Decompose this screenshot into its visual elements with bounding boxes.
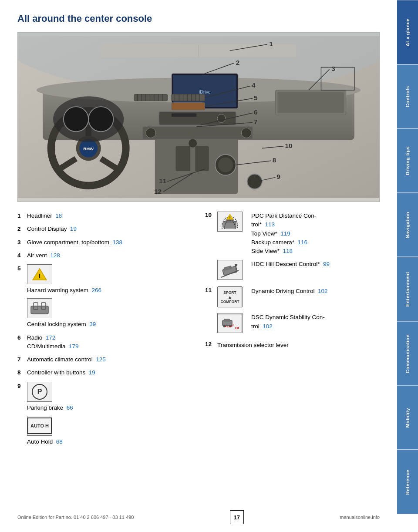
item-link-10-side[interactable]: 118 [283,248,293,254]
item-link-9-brake[interactable]: 66 [67,404,73,411]
svg-rect-39 [172,103,205,110]
car-interior-image: BMW 1 iDrive 2 3 [17,32,380,202]
item-number-1: 1 [17,212,27,220]
left-column: 1 Headliner 18 2 Control Display 19 3 Gl… [17,212,192,451]
central-lock-icon [27,298,52,318]
parking-brake-icon-group: P Parking brake 66 [27,382,192,416]
dsc-off-icon: OFF [217,313,243,333]
item-link-5-hazard[interactable]: 266 [92,287,102,293]
svg-point-13 [64,107,88,131]
svg-text:12: 12 [154,188,162,195]
sidebar-tab-controls[interactable]: Controls [397,64,418,129]
list-item-8: 8 Controller with buttons 19 [17,368,192,377]
list-item-7: 7 Automatic climate control 125 [17,355,192,364]
sidebar-tab-at-a-glance[interactable]: At a glance [397,0,418,64]
auto-hold-icon: AUTO H [27,416,52,436]
svg-text:8: 8 [273,156,276,164]
sidebar-tab-driving-tips[interactable]: Driving tips [397,128,418,193]
item-link-10-topview[interactable]: 119 [280,230,290,237]
hazard-icon-group: ! Hazard warning system 266 [27,264,192,298]
sidebar-tab-communication[interactable]: Communication [397,321,418,386]
item-link-5-lock[interactable]: 39 [89,321,96,327]
item-number-8: 8 [17,368,27,377]
svg-point-88 [235,264,237,266]
svg-rect-53 [190,143,195,175]
svg-point-54 [189,139,197,148]
item-number-3: 3 [17,238,27,247]
item-link-7[interactable]: 125 [96,356,106,363]
right-item-10: 10 ! [205,212,380,256]
list-item-4: 4 Air vent 128 [17,251,192,260]
svg-text:7: 7 [254,118,257,125]
footer-logo: manualsonline.info [340,515,380,520]
item-number-7: 7 [17,355,27,364]
svg-text:2: 2 [236,59,239,66]
main-content: All around the center console [0,0,397,459]
page-title: All around the center console [17,13,380,24]
right-item-11: 11 SPORT ▲ COMFORT Dynamic Driving Contr… [205,287,380,309]
svg-rect-82 [226,219,234,223]
svg-point-48 [146,128,156,138]
svg-rect-91 [224,319,230,322]
item-content-1: Headliner 18 [27,212,192,220]
svg-rect-43 [172,113,196,117]
svg-rect-47 [142,127,253,139]
pdc-icon: ! [217,212,243,232]
list-item-6: 6 Radio 172 CD/Multimedia 179 [17,333,192,351]
sidebar-tab-mobility[interactable]: Mobility [397,385,418,450]
item-link-3[interactable]: 138 [113,239,123,246]
sidebar-tab-navigation[interactable]: Navigation [397,193,418,257]
item-link-4[interactable]: 128 [50,252,60,259]
sport-comfort-icon: SPORT ▲ COMFORT [217,287,243,307]
item-number-4: 4 [17,251,27,260]
right-item-hdc: HDC Hill Descent Control* 99 [205,260,380,282]
svg-text:1: 1 [269,40,273,47]
right-column: 10 ! [205,212,380,451]
right-item-12: 12 Transmission selector lever [205,341,380,350]
page-number: 17 [230,510,244,524]
item-link-hdc[interactable]: 99 [323,261,330,267]
item-link-6-radio[interactable]: 172 [46,334,56,341]
svg-text:!: ! [229,215,231,219]
item-link-11-ddc[interactable]: 102 [318,288,328,294]
item-link-2[interactable]: 19 [70,226,77,232]
svg-text:3: 3 [331,65,335,72]
right-item-dsc: OFF DSC Dynamic Stability Con-trol 102 [205,313,380,335]
item-link-8[interactable]: 19 [89,369,95,376]
item-number-6: 6 [17,333,27,342]
hdc-icon [217,260,243,280]
item-number-9: 9 [17,382,27,391]
svg-text:4: 4 [252,81,256,89]
svg-text:6: 6 [254,108,257,116]
parking-brake-icon: P [27,382,52,402]
list-item-3: 3 Glove compartment, top/bottom 138 [17,238,192,247]
item-link-10-pdc[interactable]: 113 [265,221,275,228]
sidebar-tab-reference[interactable]: Reference [397,450,418,514]
item-number-5: 5 [17,264,27,273]
svg-rect-25 [277,92,344,113]
item-link-1[interactable]: 18 [55,212,62,219]
item-link-dsc[interactable]: 102 [263,323,273,330]
item-link-10-backup[interactable]: 116 [298,239,308,246]
svg-text:10: 10 [285,142,292,149]
item-link-6-cd[interactable]: 179 [69,343,79,350]
list-item-2: 2 Control Display 19 [17,225,192,233]
auto-hold-icon-group: AUTO H Auto Hold 68 [27,416,192,446]
footer: Online Edition for Part no. 01 40 2 606 … [0,510,397,524]
svg-text:BMW: BMW [83,146,94,151]
svg-text:OFF: OFF [235,326,239,330]
footer-edition-text: Online Edition for Part no. 01 40 2 606 … [17,515,134,520]
item-link-9-autoh[interactable]: 68 [56,438,63,445]
svg-text:!: ! [39,273,41,279]
list-item-9: 9 P Parking brake 66 AUTO H [17,382,192,447]
svg-text:5: 5 [254,94,258,101]
sidebar: At a glance Controls Driving tips Naviga… [397,0,418,514]
central-lock-icon-group: Central locking system 39 [27,298,192,329]
svg-point-14 [88,107,113,131]
svg-point-44 [217,114,226,122]
item-number-2: 2 [17,225,27,233]
svg-text:iDrive: iDrive [199,90,211,94]
content-grid: 1 Headliner 18 2 Control Display 19 3 Gl… [17,212,380,451]
sidebar-tab-entertainment[interactable]: Entertainment [397,257,418,321]
svg-point-49 [241,128,251,138]
